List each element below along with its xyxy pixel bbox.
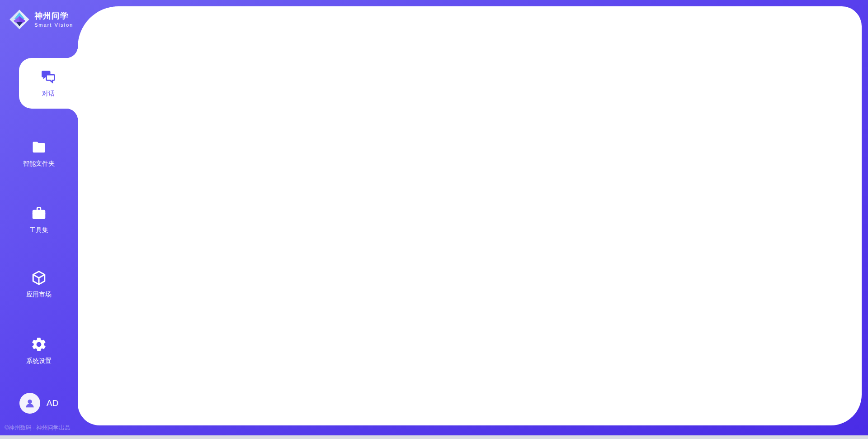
cube-icon [31,270,47,286]
sidebar-item-toolbox[interactable]: 工具集 [0,195,78,245]
copyright-text: ©神州数码 · 神州问学出品 [5,424,70,432]
folder-icon [31,139,47,155]
person-icon [24,397,36,410]
brand: 神州问学 Smart Vision [0,0,78,30]
sidebar-item-label: 应用市场 [26,291,52,299]
page-bottom-strip [0,435,868,439]
avatar [19,393,40,414]
sidebar-item-label: 对话 [42,90,55,98]
chat-icon [40,69,57,85]
brand-diamond-logo-icon [9,9,30,30]
sidebar: 神州问学 Smart Vision 对话 智能文件夹 工具集 [0,0,78,439]
main-content-panel [78,6,862,425]
sidebar-item-label: 智能文件夹 [23,160,55,168]
sidebar-item-settings[interactable]: 系统设置 [0,325,78,376]
user-account[interactable]: AD [0,393,78,414]
sidebar-item-label: 系统设置 [26,357,52,365]
sidebar-item-app-market[interactable]: 应用市场 [0,259,78,310]
sidebar-item-smart-folder[interactable]: 智能文件夹 [0,128,78,179]
brand-subtitle: Smart Vision [34,22,73,28]
gear-icon [31,336,47,353]
sidebar-item-chat[interactable]: 对话 [19,58,78,109]
toolbox-icon [31,205,47,222]
sidebar-item-label: 工具集 [29,226,48,234]
brand-title: 神州问学 [34,11,73,21]
user-name: AD [47,398,58,408]
